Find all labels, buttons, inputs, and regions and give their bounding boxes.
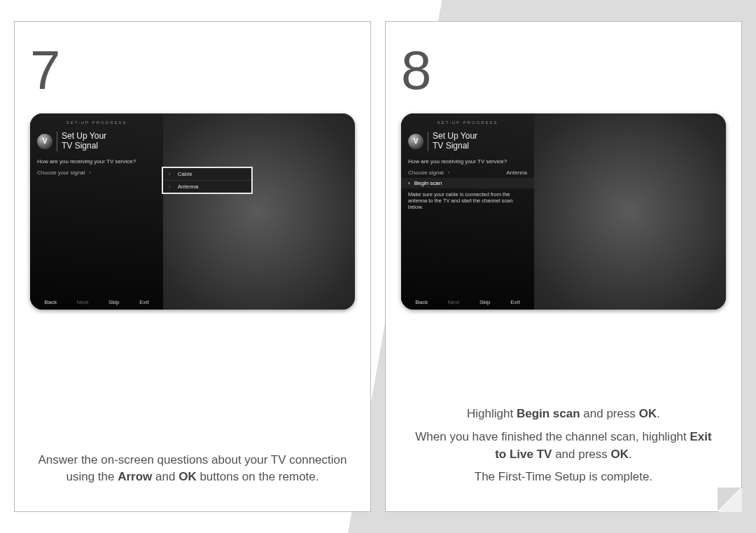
popup-option-cable[interactable]: › Cable [163, 168, 251, 181]
panel-header: V Set Up Your TV Signal [401, 130, 534, 157]
panel-note: Make sure your cable is connected from t… [401, 188, 534, 216]
chevron-right-icon: › [169, 184, 171, 190]
setup-progress-label: SET-UP PROGRESS [30, 120, 163, 125]
caption-text: . [629, 448, 632, 461]
caption-text: and [152, 470, 178, 483]
footer-next-button[interactable]: Next [448, 299, 459, 305]
page-corner-cut [718, 488, 742, 512]
step7-caption: Answer the on-screen questions about you… [30, 452, 355, 492]
caption-text: Highlight [467, 407, 517, 420]
caption-bold-ok: OK [611, 448, 629, 461]
tv-side-panel: SET-UP PROGRESS V Set Up Your TV Signal … [30, 113, 163, 310]
panel-question: How are you receiving your TV service? [30, 157, 163, 167]
choose-signal-value: Antenna [506, 169, 527, 176]
cards-row: 7 SET-UP PROGRESS V Set Up Your TV Signa… [14, 21, 742, 512]
step-number: 7 [30, 39, 355, 102]
caption-text: buttons on the remote. [197, 470, 319, 483]
tv-side-panel: SET-UP PROGRESS V Set Up Your TV Signal … [401, 113, 534, 310]
popup-option-antenna[interactable]: › Antenna [163, 181, 251, 193]
caption-text: When you have finished the channel scan,… [415, 430, 690, 443]
panel-title: Set Up Your TV Signal [57, 132, 106, 151]
panel-title: Set Up Your TV Signal [428, 132, 477, 151]
caption-bold-arrow: Arrow [118, 470, 152, 483]
caption-text: . [657, 407, 660, 420]
step8-caption: Highlight Begin scan and press OK. When … [401, 406, 726, 492]
chevron-right-icon: › [89, 169, 91, 176]
card-step-7: 7 SET-UP PROGRESS V Set Up Your TV Signa… [14, 21, 371, 512]
tv-mockup-7: SET-UP PROGRESS V Set Up Your TV Signal … [30, 113, 355, 310]
panel-title-line1: Set Up Your [433, 131, 477, 141]
caption-text: and press [580, 407, 639, 420]
caption-bold-ok: OK [639, 407, 657, 420]
panel-title-line2: TV Signal [433, 141, 469, 151]
footer-next-button[interactable]: Next [77, 299, 88, 305]
signal-popup: › Cable › Antenna [162, 167, 253, 194]
panel-footer: Back Next Skip Exit [401, 299, 534, 305]
brand-logo-icon: V [408, 134, 424, 149]
popup-option-label: Antenna [178, 184, 199, 190]
choose-signal-row[interactable]: Choose signal › Antenna [401, 167, 534, 178]
choose-signal-label: Choose signal [408, 169, 444, 176]
card-step-8: 8 SET-UP PROGRESS V Set Up Your TV Signa… [385, 21, 742, 512]
panel-header: V Set Up Your TV Signal [30, 130, 163, 157]
caption-complete: The First-Time Setup is complete. [408, 469, 719, 486]
begin-scan-label: Begin scan [414, 180, 442, 186]
step-number: 8 [401, 39, 726, 102]
choose-signal-row[interactable]: Choose your signal › [30, 167, 163, 178]
panel-title-line2: TV Signal [62, 141, 98, 151]
chevron-right-icon: › [169, 171, 171, 177]
footer-back-button[interactable]: Back [415, 299, 428, 305]
tv-mockup-8: SET-UP PROGRESS V Set Up Your TV Signal … [401, 113, 726, 310]
chevron-right-icon: › [448, 169, 450, 176]
footer-back-button[interactable]: Back [44, 299, 57, 305]
popup-option-label: Cable [178, 171, 192, 177]
panel-footer: Back Next Skip Exit [30, 299, 163, 305]
footer-skip-button[interactable]: Skip [479, 299, 491, 305]
chevron-right-icon: › [408, 180, 410, 186]
footer-exit-button[interactable]: Exit [510, 299, 519, 305]
caption-text: and press [552, 448, 610, 461]
begin-scan-row[interactable]: › Begin scan [401, 178, 534, 188]
caption-bold-ok: OK [178, 470, 197, 483]
footer-skip-button[interactable]: Skip [108, 299, 120, 305]
panel-question: How are you receiving your TV service? [401, 157, 534, 167]
brand-logo-icon: V [37, 134, 52, 149]
footer-exit-button[interactable]: Exit [139, 299, 148, 305]
caption-bold-begin-scan: Begin scan [517, 407, 580, 420]
setup-progress-label: SET-UP PROGRESS [401, 120, 534, 125]
panel-title-line1: Set Up Your [62, 131, 106, 141]
choose-signal-label: Choose your signal [37, 169, 85, 176]
